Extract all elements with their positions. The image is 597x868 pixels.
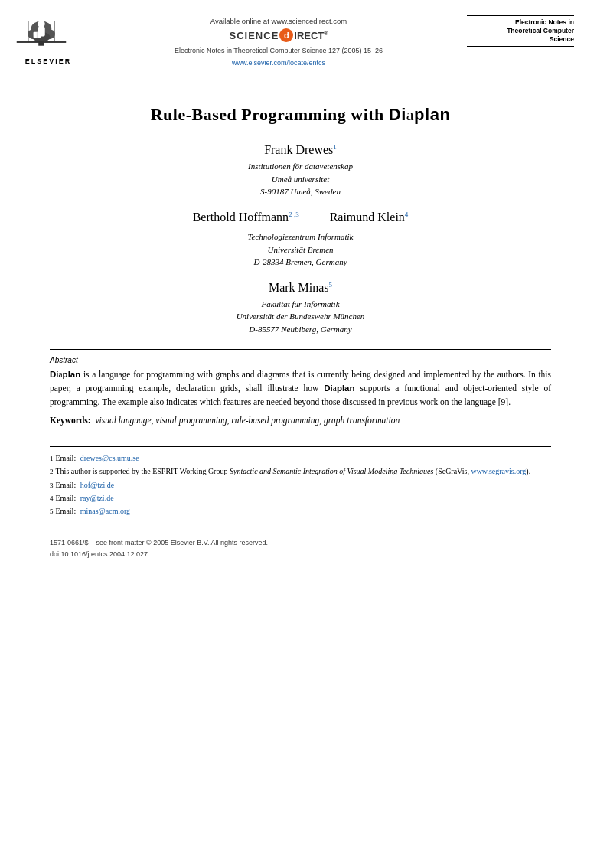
sup-2: 2 ,3 bbox=[289, 210, 299, 218]
author-frank-drewes: Frank Drewes1 bbox=[50, 143, 551, 157]
footnote-2: 2 This author is supported by the ESPRIT… bbox=[50, 465, 551, 478]
author-mark-minas: Mark Minas5 bbox=[50, 281, 551, 295]
author-berthold-hoffmann: Berthold Hoffmann2 ,3 bbox=[193, 210, 299, 227]
author-raimund-klein: Raimund Klein4 bbox=[330, 210, 409, 227]
elsevier-text: ELSEVIER bbox=[14, 57, 83, 65]
svg-rect-6 bbox=[38, 41, 44, 46]
footnote-email-1[interactable]: drewes@cs.umu.se bbox=[80, 452, 139, 465]
abstract-label: Abstract bbox=[50, 356, 551, 364]
bottom-info: 1571-0661/$ – see front matter © 2005 El… bbox=[50, 537, 551, 560]
main-content: Rule-Based Programming with Diaplan Fran… bbox=[0, 68, 597, 575]
journal-title-right: Electronic Notes inTheoretical ComputerS… bbox=[467, 18, 574, 44]
sup-5: 5 bbox=[329, 281, 333, 289]
footnote-email-4[interactable]: ray@tzi.de bbox=[80, 491, 114, 504]
footnote-label-1: Email: bbox=[56, 452, 78, 465]
svg-point-7 bbox=[38, 21, 44, 28]
footnote-num-5: 5 bbox=[50, 506, 54, 517]
elsevier-logo-block: ELSEVIER bbox=[14, 14, 83, 65]
footnote-1: 1 Email: drewes@cs.umu.se bbox=[50, 452, 551, 465]
footnote-email-3[interactable]: hof@tzi.de bbox=[80, 478, 114, 491]
footnote-3: 3 Email: hof@tzi.de bbox=[50, 478, 551, 491]
sup-4: 4 bbox=[405, 210, 409, 218]
diaplan-abstract: Diaplan bbox=[50, 370, 80, 379]
diaplan-abstract2: Diaplan bbox=[324, 383, 354, 393]
keywords-line: Keywords: visual language, visual progra… bbox=[50, 416, 551, 425]
footnote-4: 4 Email: ray@tzi.de bbox=[50, 491, 551, 504]
footnote-5: 5 Email: minas@acm.org bbox=[50, 504, 551, 517]
footnote-num-2: 2 bbox=[50, 466, 54, 478]
bottom-line-1: 1571-0661/$ – see front matter © 2005 El… bbox=[50, 537, 551, 548]
registered-mark: ® bbox=[324, 30, 328, 35]
footnote-text-2: This author is supported by the ESPRIT W… bbox=[56, 465, 531, 478]
keywords-label: Keywords: bbox=[50, 416, 91, 425]
author-name-klein: Raimund Klein4 bbox=[330, 210, 409, 224]
footnote-num-4: 4 bbox=[50, 493, 54, 504]
elsevier-tree-icon bbox=[14, 14, 69, 56]
elsevier-url-link[interactable]: www.elsevier.com/locate/entcs bbox=[232, 59, 325, 67]
footnote-label-5: Email: bbox=[56, 504, 78, 517]
affiliation-minas: Fakultät für Informatik Universität der … bbox=[50, 298, 551, 336]
footnotes-section: 1 Email: drewes@cs.umu.se 2 This author … bbox=[50, 446, 551, 517]
footnote-label-3: Email: bbox=[56, 478, 78, 491]
journal-info-line: Electronic Notes in Theoretical Computer… bbox=[90, 47, 467, 54]
science-text: SCIENCE bbox=[230, 30, 279, 41]
keywords-text: visual language, visual programming, rul… bbox=[95, 416, 400, 425]
journal-title-box: Electronic Notes inTheoretical ComputerS… bbox=[467, 15, 574, 47]
sciencedirect-logo: SCIENCE d IRECT® bbox=[90, 28, 467, 42]
affiliation-hoffmann-klein: Technologiezentrum Informatik Universitä… bbox=[50, 230, 551, 269]
footnote-label-4: Email: bbox=[56, 491, 78, 504]
page: ELSEVIER Available online at www.science… bbox=[0, 0, 597, 868]
abstract-text: Diaplan is a language for programming wi… bbox=[50, 368, 551, 409]
header-center: Available online at www.sciencedirect.co… bbox=[90, 14, 467, 68]
direct-text: IRECT® bbox=[294, 30, 328, 41]
abstract-section: Abstract Diaplan is a language for progr… bbox=[50, 349, 551, 424]
footnote-num-1: 1 bbox=[50, 453, 54, 465]
authors-row-2: Berthold Hoffmann2 ,3 Raimund Klein4 bbox=[50, 210, 551, 227]
footnote-link-segravis[interactable]: www.segravis.org bbox=[471, 467, 526, 475]
sd-circle-icon: d bbox=[279, 28, 293, 42]
affiliation-drewes: Institutionen för datavetenskap Umeå uni… bbox=[50, 160, 551, 198]
sup-1: 1 bbox=[333, 143, 337, 151]
bottom-line-2: doi:10.1016/j.entcs.2004.12.027 bbox=[50, 549, 551, 560]
available-online-text: Available online at www.sciencedirect.co… bbox=[90, 17, 467, 25]
diaplan-title: Diaplan bbox=[389, 105, 451, 124]
header: ELSEVIER Available online at www.science… bbox=[0, 0, 597, 68]
header-right: Electronic Notes inTheoretical ComputerS… bbox=[467, 14, 574, 50]
author-name-hoffmann: Berthold Hoffmann2 ,3 bbox=[193, 210, 299, 224]
footnote-num-3: 3 bbox=[50, 480, 54, 491]
footnote-email-5[interactable]: minas@acm.org bbox=[80, 504, 130, 517]
paper-title: Rule-Based Programming with Diaplan bbox=[50, 105, 551, 125]
